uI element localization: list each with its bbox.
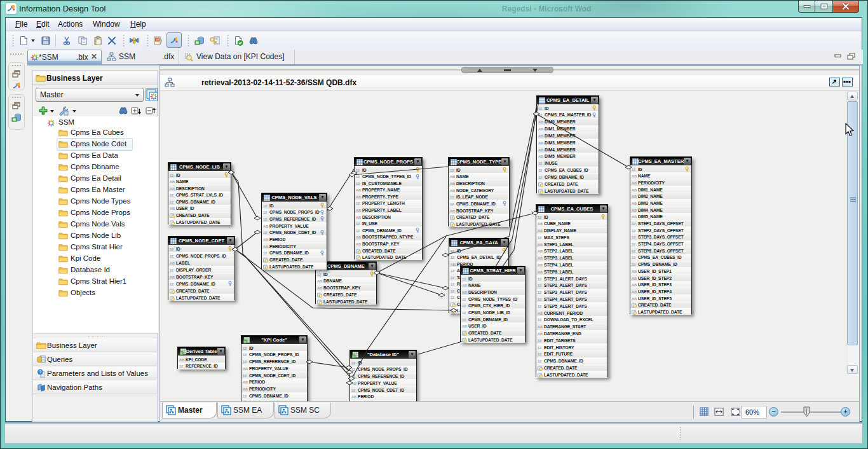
svg-text:?: ? [39,370,41,374]
